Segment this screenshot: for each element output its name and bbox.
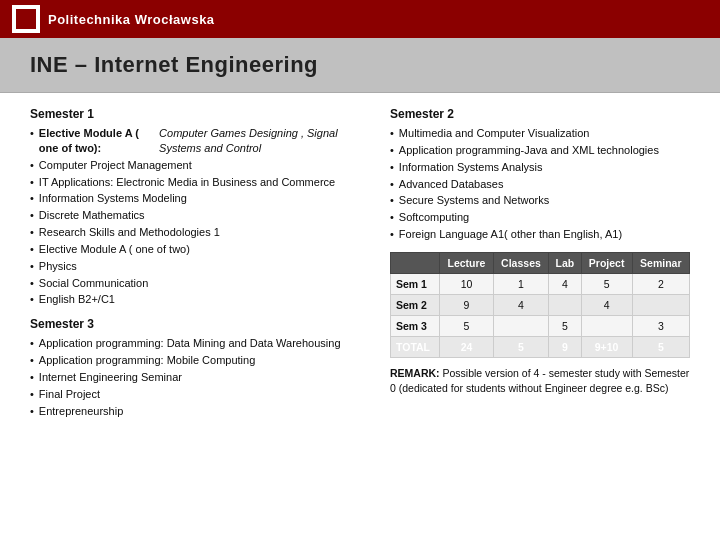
col-header-seminar: Seminar — [632, 252, 689, 273]
row-sem2: Sem 2 — [391, 294, 440, 315]
header: Politechnika Wrocławska — [0, 0, 720, 38]
remark-label: REMARK: — [390, 367, 440, 379]
semester2-section: Semester 2 Multimedia and Computer Visua… — [390, 107, 690, 242]
cell: 5 — [440, 315, 494, 336]
table-header-row: Lecture Classes Lab Project Seminar — [391, 252, 690, 273]
cell: 4 — [581, 294, 632, 315]
list-item: IT Applications: Electronic Media in Bus… — [30, 175, 360, 190]
col-header-sem — [391, 252, 440, 273]
list-item: Secure Systems and Networks — [390, 193, 690, 208]
cell: 1 — [493, 273, 548, 294]
semester1-list: Elective Module A ( one of two): Compute… — [30, 126, 360, 307]
logo-area: Politechnika Wrocławska — [12, 5, 215, 33]
list-item: Information Systems Modeling — [30, 191, 360, 206]
semester3-section: Semester 3 Application programming: Data… — [30, 317, 360, 418]
row-sem1: Sem 1 — [391, 273, 440, 294]
list-item: Elective Module A ( one of two): Compute… — [30, 126, 360, 156]
cell: 4 — [493, 294, 548, 315]
cell — [581, 315, 632, 336]
remark: REMARK: Possible version of 4 - semester… — [390, 366, 690, 395]
cell: 24 — [440, 336, 494, 357]
main-content: Semester 1 Elective Module A ( one of tw… — [0, 93, 720, 540]
title-bar: INE – Internet Engineering — [0, 38, 720, 93]
list-item: English B2+/C1 — [30, 292, 360, 307]
list-item: Physics — [30, 259, 360, 274]
table-row: Sem 1 10 1 4 5 2 — [391, 273, 690, 294]
cell: 5 — [581, 273, 632, 294]
cell — [493, 315, 548, 336]
list-item: Application programming: Data Mining and… — [30, 336, 360, 351]
cell: 10 — [440, 273, 494, 294]
cell: 9 — [440, 294, 494, 315]
table-row: Sem 3 5 5 3 — [391, 315, 690, 336]
item-italic: Computer Games Designing , Signal System… — [159, 126, 360, 156]
col-header-project: Project — [581, 252, 632, 273]
semester3-list: Application programming: Data Mining and… — [30, 336, 360, 418]
list-item: Computer Project Management — [30, 158, 360, 173]
logo-inner — [16, 9, 36, 29]
cell: 9+10 — [581, 336, 632, 357]
list-item: Application programming: Mobile Computin… — [30, 353, 360, 368]
list-item: Information Systems Analysis — [390, 160, 690, 175]
cell: 4 — [549, 273, 581, 294]
university-name: Politechnika Wrocławska — [48, 12, 215, 27]
cell — [549, 294, 581, 315]
right-column: Semester 2 Multimedia and Computer Visua… — [390, 107, 690, 533]
semester2-list: Multimedia and Computer Visualization Ap… — [390, 126, 690, 242]
list-item: Softcomputing — [390, 210, 690, 225]
list-item: Internet Engineering Seminar — [30, 370, 360, 385]
list-item: Elective Module A ( one of two) — [30, 242, 360, 257]
list-item: Social Communication — [30, 276, 360, 291]
cell: 3 — [632, 315, 689, 336]
left-column: Semester 1 Elective Module A ( one of tw… — [30, 107, 360, 533]
cell: 9 — [549, 336, 581, 357]
col-header-classes: Classes — [493, 252, 548, 273]
semester3-title: Semester 3 — [30, 317, 360, 331]
row-sem3: Sem 3 — [391, 315, 440, 336]
list-item: Advanced Databases — [390, 177, 690, 192]
cell: 5 — [493, 336, 548, 357]
cell: 5 — [549, 315, 581, 336]
list-item: Application programming-Java and XML tec… — [390, 143, 690, 158]
cell: 5 — [632, 336, 689, 357]
row-total-label: TOTAL — [391, 336, 440, 357]
semester1-section: Semester 1 Elective Module A ( one of tw… — [30, 107, 360, 307]
page-title: INE – Internet Engineering — [30, 52, 690, 78]
item-bold: Elective Module A ( one of two): — [39, 126, 156, 156]
table-row-total: TOTAL 24 5 9 9+10 5 — [391, 336, 690, 357]
list-item: Research Skills and Methodologies 1 — [30, 225, 360, 240]
cell — [632, 294, 689, 315]
logo-square — [12, 5, 40, 33]
col-header-lecture: Lecture — [440, 252, 494, 273]
list-item: Discrete Mathematics — [30, 208, 360, 223]
list-item: Foreign Language A1( other than English,… — [390, 227, 690, 242]
semester1-title: Semester 1 — [30, 107, 360, 121]
schedule-table: Lecture Classes Lab Project Seminar Sem … — [390, 252, 690, 358]
table-row: Sem 2 9 4 4 — [391, 294, 690, 315]
cell: 2 — [632, 273, 689, 294]
col-header-lab: Lab — [549, 252, 581, 273]
semester2-title: Semester 2 — [390, 107, 690, 121]
list-item: Multimedia and Computer Visualization — [390, 126, 690, 141]
list-item: Entrepreneurship — [30, 404, 360, 419]
list-item: Final Project — [30, 387, 360, 402]
